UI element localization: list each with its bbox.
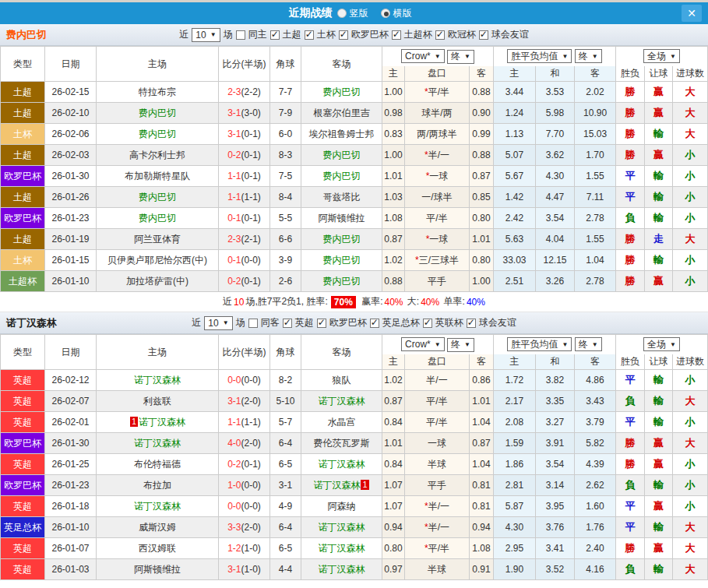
league-checkbox[interactable] (270, 30, 280, 40)
result-handicap-mark: 輸 (653, 254, 664, 266)
home-team-name: 威斯汉姆 (139, 522, 176, 533)
team-filter-bar-0: 费内巴切近10▼场同主土超土杯欧罗巴杯土超杯欧冠杯球会友谊 (0, 24, 708, 46)
odds-home: 0.84 (382, 454, 405, 475)
halftime-score: (0-1) (241, 171, 261, 181)
vertical-label[interactable]: 竖版 (350, 7, 368, 20)
scope-select[interactable]: 全场▼ (643, 49, 680, 63)
handicap-line: *半/一 (405, 517, 470, 538)
home-team-name-label: 利兹联 (143, 396, 171, 407)
mean-away: 2.62 (575, 475, 616, 496)
result-goals: 小 (673, 454, 708, 475)
sub-column-header: 客 (470, 66, 494, 82)
result-handicap-mark: 輸 (653, 170, 664, 181)
result-goals-mark: 小 (685, 500, 696, 512)
handicap-line: *一球 (405, 166, 470, 187)
fulltime-score: 2-3 (227, 234, 241, 245)
scope-select[interactable]: 全场▼ (643, 337, 680, 351)
league-badge: 英足总杯 (1, 517, 45, 538)
result-goals: 小 (673, 496, 708, 517)
column-header: 客场 (301, 335, 382, 370)
league-checkbox[interactable] (479, 30, 488, 40)
odds-group-header: Crow*▼ 终▼ (382, 47, 494, 66)
mean-away: 1.70 (575, 145, 616, 166)
result-handicap: 輸 (645, 208, 673, 229)
league-badge: 欧罗巴杯 (1, 208, 45, 229)
chevron-down-icon: ▼ (435, 53, 441, 60)
near-count-select[interactable]: 10▼ (192, 28, 220, 42)
corner-count: 8-2 (270, 370, 301, 391)
horizontal-radio[interactable] (381, 9, 390, 18)
league-checkbox[interactable] (305, 30, 314, 40)
home-team-name-label: 布伦特福德 (134, 459, 181, 470)
home-team-name: 布伦特福德 (134, 459, 181, 470)
match-score: 4-0(2-0) (219, 433, 270, 454)
mean-select[interactable]: 胜平负均值▼ (507, 337, 572, 351)
sub-column-header: 主 (382, 354, 405, 370)
mean-draw: 3.35 (536, 391, 575, 412)
mean-away: 2.40 (575, 538, 616, 559)
corner-count: 6-0 (270, 124, 301, 145)
result-handicap-mark: 贏 (653, 500, 664, 512)
league-badge: 英超 (1, 370, 45, 391)
near-count-select[interactable]: 10▼ (204, 316, 232, 330)
mean-draw: 5.98 (536, 103, 575, 124)
scope-group-header: 全场▼ (616, 335, 708, 354)
odds-away: 1.01 (470, 229, 494, 250)
league-checkbox[interactable] (435, 30, 445, 40)
final-select[interactable]: 终▼ (575, 49, 602, 63)
league-badge: 土超 (1, 229, 45, 250)
halftime-score: (0-0) (241, 255, 261, 266)
league-checkbox[interactable] (339, 30, 348, 40)
match-date: 26-01-25 (45, 454, 97, 475)
summary-body: 场,胜7平2负1, 胜率: (245, 295, 327, 308)
result-handicap: 輸 (645, 559, 673, 580)
league-checkbox[interactable] (283, 319, 292, 328)
home-team: 1诺丁汉森林 (97, 412, 219, 433)
mean-draw: 3.26 (536, 271, 575, 292)
mean-draw: 3.53 (536, 82, 575, 103)
final-select[interactable]: 终▼ (447, 50, 474, 64)
same-venue-checkbox[interactable] (236, 30, 245, 40)
final-select[interactable]: 终▼ (447, 338, 474, 352)
result-goals-mark: 大 (685, 395, 696, 407)
league-checkbox[interactable] (467, 319, 476, 328)
table-row: 土超26-01-19阿兰亚体育2-3(2-1)6-6费内巴切0.87*一球1.0… (1, 229, 708, 250)
league-checkbox[interactable] (423, 319, 432, 328)
close-button[interactable]: ✕ (682, 5, 702, 22)
result-handicap: 贏 (645, 454, 673, 475)
result-handicap: 輸 (645, 166, 673, 187)
away-team: 根塞尔伯里吉 (301, 103, 382, 124)
league-checkbox-label: 土超杯 (404, 28, 432, 41)
home-team: 费内巴切 (97, 187, 219, 208)
horizontal-label[interactable]: 横版 (393, 7, 412, 20)
result-wdl: 勝 (616, 229, 645, 250)
home-team-name-label: 威斯汉姆 (139, 522, 176, 533)
away-team: 费内巴切 (301, 82, 382, 103)
odds-home: 0.84 (382, 412, 405, 433)
same-venue-checkbox[interactable] (248, 319, 258, 328)
company-select[interactable]: Crow*▼ (401, 49, 445, 63)
red-card-badge: 1 (130, 417, 138, 427)
away-team-name: 阿森纳 (328, 501, 356, 512)
vertical-radio[interactable] (337, 9, 347, 18)
match-date: 26-01-26 (45, 187, 97, 208)
league-checkbox[interactable] (370, 319, 379, 328)
final-select[interactable]: 终▼ (575, 337, 602, 351)
sub-column-header: 进球数 (673, 66, 708, 82)
home-team-name: 利兹联 (143, 396, 171, 407)
column-header: 类型 (1, 335, 45, 370)
mean-select[interactable]: 胜平负均值▼ (507, 49, 572, 63)
mean-away: 3.43 (575, 391, 616, 412)
odds-away: 0.87 (470, 433, 494, 454)
away-team-name-label: 哥兹塔比 (323, 192, 361, 202)
result-handicap-mark: 輸 (653, 212, 664, 224)
fulltime-score: 0-2 (227, 150, 241, 160)
league-checkbox[interactable] (317, 319, 326, 328)
corner-count: 6-4 (270, 433, 301, 454)
league-checkbox[interactable] (392, 30, 401, 40)
away-team-name: 费内巴切 (323, 171, 361, 181)
summary-big-label: 大: (405, 295, 420, 308)
league-badge: 英超 (1, 391, 45, 412)
company-select[interactable]: Crow*▼ (401, 337, 445, 351)
chevron-down-icon: ▼ (562, 341, 568, 348)
